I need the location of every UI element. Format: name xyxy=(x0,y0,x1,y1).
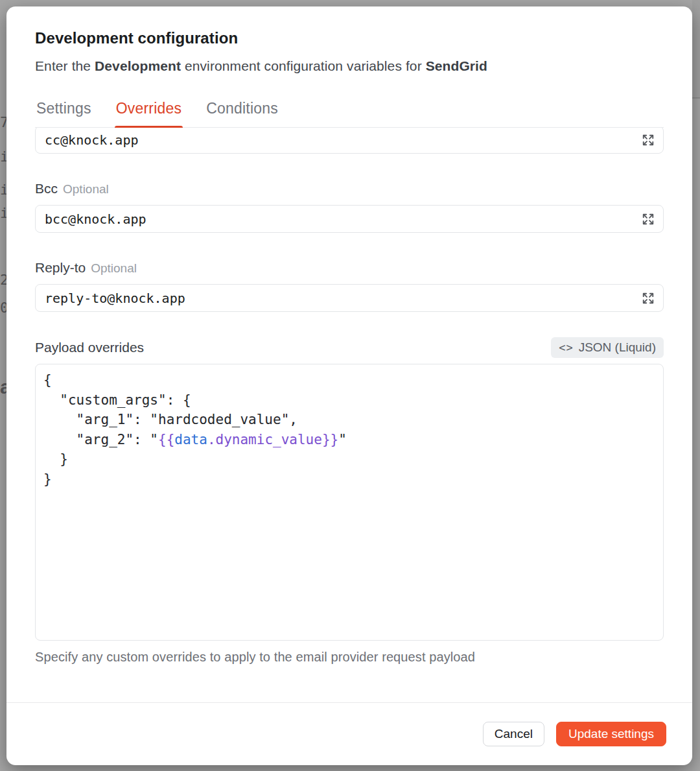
code-brackets-icon: <> xyxy=(559,341,573,354)
expand-bcc-button[interactable] xyxy=(641,212,655,226)
expand-cc-button[interactable] xyxy=(641,133,655,147)
background-text-fragment: a xyxy=(0,377,6,397)
expand-icon xyxy=(641,212,655,226)
payload-overrides-header: Payload overrides <> JSON (Liquid) xyxy=(35,337,664,358)
background-text-fragment: ic xyxy=(0,206,6,220)
environment-name: Development xyxy=(95,58,181,73)
modal-subtitle: Enter the Development environment config… xyxy=(35,58,664,74)
optional-hint: Optional xyxy=(63,182,109,196)
cancel-button[interactable]: Cancel xyxy=(483,722,544,746)
code-editor[interactable]: { "custom_args": { "arg_1": "hardcoded_v… xyxy=(35,364,664,641)
reply-to-input[interactable] xyxy=(45,291,641,306)
payload-helper-text: Specify any custom overrides to apply to… xyxy=(35,650,664,665)
modal-header: Development configuration Enter the Deve… xyxy=(6,6,692,128)
background-page: 7iciic20a xyxy=(0,0,6,771)
json-liquid-badge: <> JSON (Liquid) xyxy=(551,337,664,358)
cc-field xyxy=(35,128,664,154)
background-text-fragment: 0 xyxy=(0,301,6,315)
reply-to-label: Reply-toOptional xyxy=(35,260,664,276)
json-liquid-badge-label: JSON (Liquid) xyxy=(579,340,656,355)
background-text-fragment: ic xyxy=(0,150,6,164)
development-configuration-modal: Development configuration Enter the Deve… xyxy=(6,6,692,765)
cc-input[interactable] xyxy=(45,132,641,148)
modal-title: Development configuration xyxy=(35,29,664,47)
optional-hint: Optional xyxy=(91,261,137,275)
background-text-fragment: 7 xyxy=(0,115,6,130)
modal-scroll-area[interactable]: BccOptional Reply-toOptional xyxy=(6,128,692,702)
tab-conditions[interactable]: Conditions xyxy=(205,100,279,127)
bcc-input[interactable] xyxy=(45,211,641,227)
bcc-field xyxy=(35,205,664,233)
tab-bar: Settings Overrides Conditions xyxy=(35,100,664,128)
payload-overrides-label: Payload overrides xyxy=(35,340,144,355)
background-artifact xyxy=(692,97,700,99)
modal-footer: Cancel Update settings xyxy=(6,702,692,765)
background-text-fragment: i xyxy=(0,183,6,197)
expand-reply-to-button[interactable] xyxy=(641,291,655,305)
reply-to-field xyxy=(35,284,664,312)
bcc-label: BccOptional xyxy=(35,181,664,196)
background-text-fragment: 2 xyxy=(0,273,6,287)
provider-name: SendGrid xyxy=(426,58,487,73)
background-artifact xyxy=(692,0,700,97)
tab-overrides[interactable]: Overrides xyxy=(115,100,183,127)
expand-icon xyxy=(641,291,655,305)
update-settings-button[interactable]: Update settings xyxy=(556,722,666,746)
tab-settings[interactable]: Settings xyxy=(35,100,93,127)
expand-icon xyxy=(641,133,655,147)
